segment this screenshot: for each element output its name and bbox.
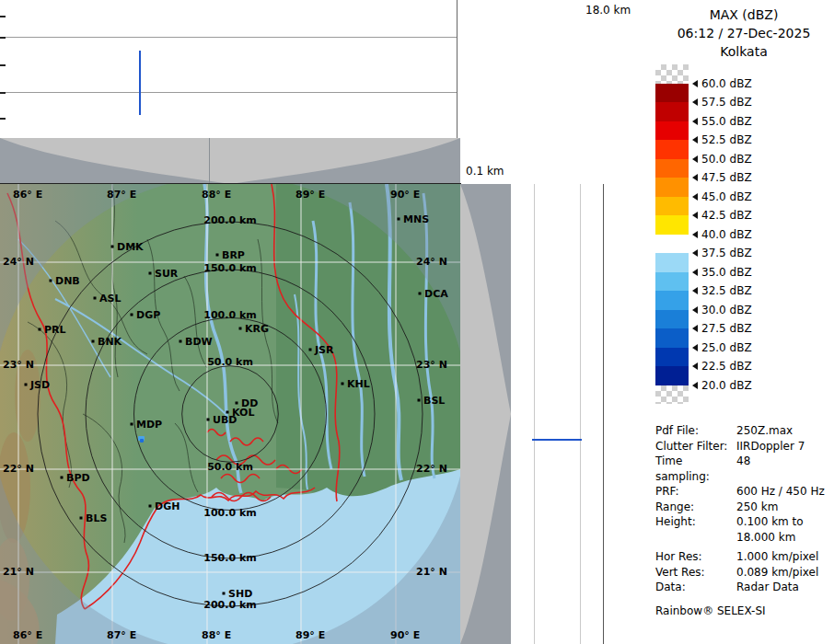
tick-label: 35.0 dBZ [701,266,752,279]
legend-band [655,366,689,385]
city-label-bdw: BDW [185,336,213,348]
city-label-dca: DCA [424,288,448,300]
lon-grid-label: 86° E [13,629,42,641]
lat-grid-label: 24° N [3,256,34,268]
tick-arrow-icon [692,118,698,125]
lat-grid-label: 23° N [416,359,447,371]
lat-grid-label: 22° N [416,463,447,475]
city-label-bpd: BPD [66,472,90,484]
lat-grid-label: 21° N [416,566,447,578]
tick-label: 22.5 dBZ [701,360,752,373]
tick-label: 42.5 dBZ [701,209,752,222]
tick-arrow-icon [692,382,698,389]
radar-map: 86° E86° E87° E87° E88° E88° E89° E89° E… [0,184,460,644]
legend-tick: 37.5 dBZ [692,246,752,260]
tick-arrow-icon [692,249,698,257]
lon-grid-label: 87° E [107,189,136,201]
legend-band [655,235,689,254]
tick-label: 32.5 dBZ [701,284,752,297]
legend-tick: 35.0 dBZ [692,265,752,280]
city-label-dgh: DGH [155,500,180,512]
tick-arrow-icon [692,269,698,276]
range-ring-label: 50.0 km [207,461,253,473]
tick-arrow-icon [692,193,698,201]
tick-label: 57.5 dBZ [701,96,752,109]
range-ring-label: 200.0 km [203,599,256,611]
city-marker-ubd [207,419,210,421]
legend-color-bar [655,64,689,404]
legend-tick: 42.5 dBZ [692,208,752,223]
city-label-bnk: BNK [98,336,122,348]
legend-band [655,328,689,348]
city-marker-dnb [50,280,52,282]
info-label: Height: [655,514,736,530]
tick-label: 30.0 dBZ [701,304,752,316]
info-value: 600 Hz / 450 Hz [736,484,832,500]
legend-tick: 45.0 dBZ [692,190,752,204]
tick-label: 52.5 dBZ [701,133,752,146]
info-value: 250 km [736,500,832,515]
city-marker-mns [398,218,400,221]
legend-tick: 20.0 dBZ [692,378,752,393]
info-row: Pdf File:250Z.max [655,423,832,439]
height-axis-line [603,184,604,644]
city-marker-dd [236,402,238,405]
tick-arrow-icon [692,231,698,238]
city-label-asl: ASL [99,293,121,305]
product-datetime: 06:12 / 27-Dec-2025 [654,24,834,42]
info-label: PRF: [655,484,736,500]
city-marker-dmk [111,246,114,248]
info-value: Radar Data [736,580,832,595]
city-label-dmk: DMK [117,241,144,253]
info-label: Time sampling: [655,454,736,484]
info-row: Height:0.100 km to [655,514,832,530]
info-row: Range:250 km [655,500,832,515]
radar-station-name: Kolkata [654,42,834,61]
beam-blocking-band-right [460,184,511,644]
tick-label: 47.5 dBZ [701,171,752,184]
legend-band-transparent [655,64,689,84]
tick-arrow-icon [692,344,698,351]
legend-band [655,197,689,216]
software-brand: Rainbow® SELEX-SI [655,604,832,619]
echo-top-projection [139,51,141,115]
city-marker-khl [342,383,344,385]
city-label-jsr: JSR [314,344,334,356]
legend-band [655,253,689,272]
city-label-dnb: DNB [55,275,80,287]
tick-arrow-icon [692,212,698,219]
info-row: Clutter Filter:IIRDoppler 7 [655,439,832,454]
legend-band [655,215,689,235]
lat-grid-label: 23° N [3,359,34,371]
range-ring-label: 100.0 km [203,507,256,519]
legend-tick: 55.0 dBZ [692,114,752,129]
legend-tick: 22.5 dBZ [692,359,752,374]
info-row: 18.000 km [655,530,832,546]
city-label-khl: KHL [347,378,370,390]
info-label: Pdf File: [655,423,736,439]
city-label-prl: PRL [44,324,66,336]
legend-tick: 30.0 dBZ [692,303,752,317]
lon-grid-label: 89° E [295,629,325,641]
lat-grid-label: 22° N [3,463,34,475]
city-label-ubd: UBD [213,414,237,426]
city-marker-bnk [92,340,95,343]
legend-tick: 50.0 dBZ [692,152,752,167]
radar-echo-cell [140,439,144,443]
axis-tick [0,16,6,17]
city-marker-shd [223,592,226,595]
range-ring-label: 150.0 km [203,262,256,274]
lon-grid-label: 90° E [390,189,420,201]
legend-tick: 32.5 dBZ [692,283,752,298]
legend-band [655,159,689,178]
tick-label: 60.0 dBZ [701,77,752,90]
city-marker-bdw [180,340,182,343]
legend-tick: 25.0 dBZ [692,340,752,355]
city-label-bsl: BSL [423,395,445,407]
axis-tick [0,118,6,120]
legend-band [655,310,689,329]
city-marker-dgh [149,505,152,508]
tick-arrow-icon [692,174,698,181]
range-ring-label: 50.0 km [207,356,253,368]
info-row: Hor Res:1.000 km/pixel [655,549,832,565]
